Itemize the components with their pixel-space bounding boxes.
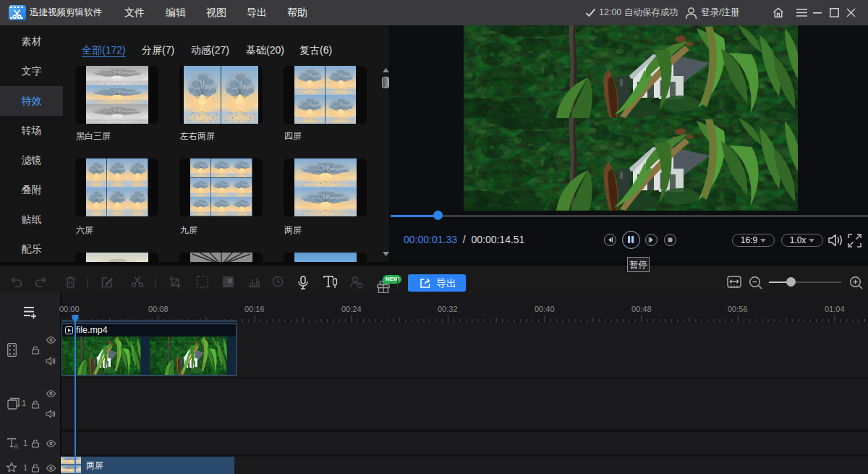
svg-text:T: T (359, 284, 362, 288)
svg-text:A: A (14, 443, 19, 449)
